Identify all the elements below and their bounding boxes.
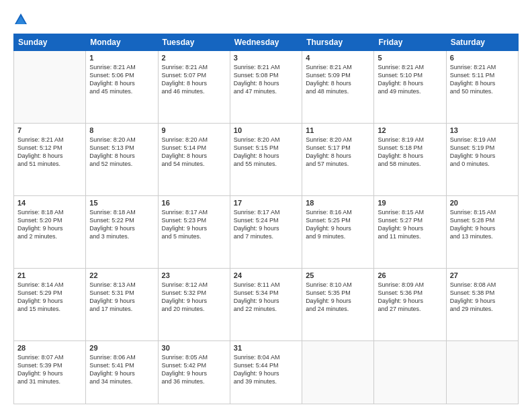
weekday-header-thursday: Thursday	[302, 34, 374, 51]
day-number: 8	[89, 126, 154, 134]
day-number: 9	[162, 126, 226, 134]
day-number: 27	[450, 271, 515, 279]
day-number: 10	[234, 126, 298, 134]
day-info: Sunrise: 8:18 AM Sunset: 5:22 PM Dayligh…	[89, 208, 154, 241]
day-number: 13	[450, 126, 515, 134]
day-info: Sunrise: 8:12 AM Sunset: 5:32 PM Dayligh…	[162, 281, 226, 314]
calendar-cell: 3Sunrise: 8:21 AM Sunset: 5:08 PM Daylig…	[230, 51, 302, 124]
weekday-header-monday: Monday	[86, 34, 158, 51]
week-row-5: 28Sunrise: 8:07 AM Sunset: 5:39 PM Dayli…	[14, 340, 519, 404]
calendar-cell: 31Sunrise: 8:04 AM Sunset: 5:44 PM Dayli…	[230, 340, 302, 404]
day-info: Sunrise: 8:11 AM Sunset: 5:34 PM Dayligh…	[234, 281, 298, 314]
day-number: 11	[306, 126, 370, 134]
calendar-cell: 20Sunrise: 8:15 AM Sunset: 5:28 PM Dayli…	[446, 195, 518, 268]
calendar-cell: 29Sunrise: 8:06 AM Sunset: 5:41 PM Dayli…	[86, 340, 158, 404]
day-info: Sunrise: 8:21 AM Sunset: 5:07 PM Dayligh…	[162, 63, 226, 96]
day-info: Sunrise: 8:10 AM Sunset: 5:35 PM Dayligh…	[306, 281, 370, 314]
day-info: Sunrise: 8:09 AM Sunset: 5:36 PM Dayligh…	[378, 281, 442, 314]
calendar-cell: 4Sunrise: 8:21 AM Sunset: 5:09 PM Daylig…	[302, 51, 374, 124]
week-row-1: 1Sunrise: 8:21 AM Sunset: 5:06 PM Daylig…	[14, 51, 519, 124]
day-info: Sunrise: 8:07 AM Sunset: 5:39 PM Dayligh…	[17, 353, 82, 386]
day-info: Sunrise: 8:04 AM Sunset: 5:44 PM Dayligh…	[234, 353, 298, 386]
calendar-cell: 23Sunrise: 8:12 AM Sunset: 5:32 PM Dayli…	[158, 268, 230, 340]
weekday-header-saturday: Saturday	[446, 34, 518, 51]
day-info: Sunrise: 8:08 AM Sunset: 5:38 PM Dayligh…	[450, 281, 515, 314]
day-number: 5	[378, 54, 442, 62]
calendar-table: SundayMondayTuesdayWednesdayThursdayFrid…	[13, 34, 519, 404]
day-number: 30	[162, 344, 226, 352]
header	[13, 12, 519, 27]
calendar-cell: 28Sunrise: 8:07 AM Sunset: 5:39 PM Dayli…	[14, 340, 86, 404]
day-number: 16	[162, 199, 226, 207]
day-number: 20	[450, 199, 515, 207]
day-info: Sunrise: 8:19 AM Sunset: 5:18 PM Dayligh…	[378, 136, 442, 169]
day-info: Sunrise: 8:16 AM Sunset: 5:25 PM Dayligh…	[306, 208, 370, 241]
calendar-cell: 2Sunrise: 8:21 AM Sunset: 5:07 PM Daylig…	[158, 51, 230, 124]
day-number: 14	[17, 199, 82, 207]
day-info: Sunrise: 8:20 AM Sunset: 5:13 PM Dayligh…	[89, 136, 154, 169]
calendar-cell: 14Sunrise: 8:18 AM Sunset: 5:20 PM Dayli…	[14, 195, 86, 268]
day-info: Sunrise: 8:05 AM Sunset: 5:42 PM Dayligh…	[162, 353, 226, 386]
day-info: Sunrise: 8:15 AM Sunset: 5:28 PM Dayligh…	[450, 208, 515, 241]
day-info: Sunrise: 8:06 AM Sunset: 5:41 PM Dayligh…	[89, 353, 154, 386]
weekday-header-row: SundayMondayTuesdayWednesdayThursdayFrid…	[14, 34, 519, 51]
day-info: Sunrise: 8:21 AM Sunset: 5:12 PM Dayligh…	[17, 136, 82, 169]
calendar-cell: 30Sunrise: 8:05 AM Sunset: 5:42 PM Dayli…	[158, 340, 230, 404]
calendar-cell: 9Sunrise: 8:20 AM Sunset: 5:14 PM Daylig…	[158, 123, 230, 195]
calendar-cell	[446, 340, 518, 404]
calendar-cell	[14, 51, 86, 124]
calendar-cell: 17Sunrise: 8:17 AM Sunset: 5:24 PM Dayli…	[230, 195, 302, 268]
day-info: Sunrise: 8:15 AM Sunset: 5:27 PM Dayligh…	[378, 208, 442, 241]
day-info: Sunrise: 8:17 AM Sunset: 5:24 PM Dayligh…	[234, 208, 298, 241]
week-row-4: 21Sunrise: 8:14 AM Sunset: 5:29 PM Dayli…	[14, 268, 519, 340]
day-number: 31	[234, 344, 298, 352]
day-info: Sunrise: 8:13 AM Sunset: 5:31 PM Dayligh…	[89, 281, 154, 314]
day-info: Sunrise: 8:21 AM Sunset: 5:06 PM Dayligh…	[89, 63, 154, 96]
calendar-cell	[302, 340, 374, 404]
day-number: 26	[378, 271, 442, 279]
week-row-3: 14Sunrise: 8:18 AM Sunset: 5:20 PM Dayli…	[14, 195, 519, 268]
calendar-cell: 22Sunrise: 8:13 AM Sunset: 5:31 PM Dayli…	[86, 268, 158, 340]
day-number: 12	[378, 126, 442, 134]
day-number: 22	[89, 271, 154, 279]
day-info: Sunrise: 8:21 AM Sunset: 5:08 PM Dayligh…	[234, 63, 298, 96]
calendar-cell: 8Sunrise: 8:20 AM Sunset: 5:13 PM Daylig…	[86, 123, 158, 195]
day-info: Sunrise: 8:17 AM Sunset: 5:23 PM Dayligh…	[162, 208, 226, 241]
day-info: Sunrise: 8:20 AM Sunset: 5:17 PM Dayligh…	[306, 136, 370, 169]
day-number: 24	[234, 271, 298, 279]
page: SundayMondayTuesdayWednesdayThursdayFrid…	[0, 0, 532, 411]
calendar-cell: 24Sunrise: 8:11 AM Sunset: 5:34 PM Dayli…	[230, 268, 302, 340]
day-info: Sunrise: 8:21 AM Sunset: 5:09 PM Dayligh…	[306, 63, 370, 96]
calendar-cell: 19Sunrise: 8:15 AM Sunset: 5:27 PM Dayli…	[374, 195, 446, 268]
weekday-header-wednesday: Wednesday	[230, 34, 302, 51]
calendar-cell: 1Sunrise: 8:21 AM Sunset: 5:06 PM Daylig…	[86, 51, 158, 124]
day-number: 29	[89, 344, 154, 352]
day-number: 25	[306, 271, 370, 279]
weekday-header-tuesday: Tuesday	[158, 34, 230, 51]
day-number: 19	[378, 199, 442, 207]
calendar-cell: 21Sunrise: 8:14 AM Sunset: 5:29 PM Dayli…	[14, 268, 86, 340]
weekday-header-sunday: Sunday	[14, 34, 86, 51]
logo	[13, 12, 31, 27]
day-number: 21	[17, 271, 82, 279]
calendar-cell: 6Sunrise: 8:21 AM Sunset: 5:11 PM Daylig…	[446, 51, 518, 124]
day-number: 1	[89, 54, 154, 62]
day-number: 2	[162, 54, 226, 62]
calendar-cell: 5Sunrise: 8:21 AM Sunset: 5:10 PM Daylig…	[374, 51, 446, 124]
day-info: Sunrise: 8:20 AM Sunset: 5:15 PM Dayligh…	[234, 136, 298, 169]
day-info: Sunrise: 8:20 AM Sunset: 5:14 PM Dayligh…	[162, 136, 226, 169]
calendar-cell: 26Sunrise: 8:09 AM Sunset: 5:36 PM Dayli…	[374, 268, 446, 340]
day-number: 4	[306, 54, 370, 62]
day-number: 18	[306, 199, 370, 207]
calendar-cell: 10Sunrise: 8:20 AM Sunset: 5:15 PM Dayli…	[230, 123, 302, 195]
calendar-cell: 13Sunrise: 8:19 AM Sunset: 5:19 PM Dayli…	[446, 123, 518, 195]
day-info: Sunrise: 8:21 AM Sunset: 5:10 PM Dayligh…	[378, 63, 442, 96]
day-number: 7	[17, 126, 82, 134]
day-info: Sunrise: 8:18 AM Sunset: 5:20 PM Dayligh…	[17, 208, 82, 241]
day-info: Sunrise: 8:14 AM Sunset: 5:29 PM Dayligh…	[17, 281, 82, 314]
calendar-cell: 18Sunrise: 8:16 AM Sunset: 5:25 PM Dayli…	[302, 195, 374, 268]
day-number: 28	[17, 344, 82, 352]
calendar-cell: 7Sunrise: 8:21 AM Sunset: 5:12 PM Daylig…	[14, 123, 86, 195]
day-number: 6	[450, 54, 515, 62]
calendar-cell	[374, 340, 446, 404]
